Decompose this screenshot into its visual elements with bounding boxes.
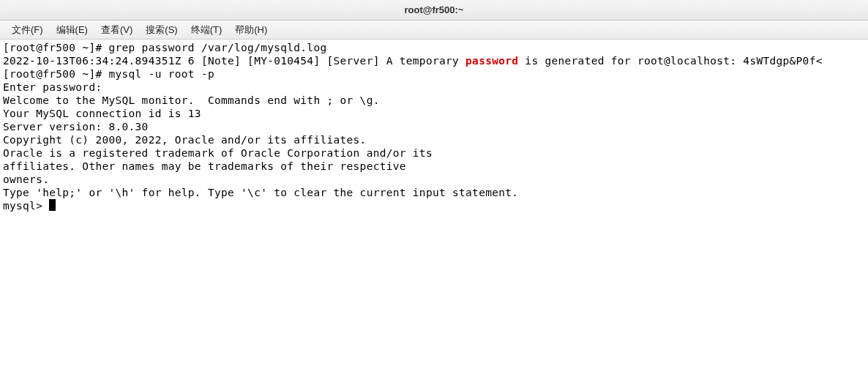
terminal-line: Server version: 8.0.30 <box>3 120 865 133</box>
menu-file[interactable]: 文件(F) <box>6 21 49 39</box>
titlebar: root@fr500:~ <box>0 0 868 20</box>
menubar: 文件(F) 编辑(E) 查看(V) 搜索(S) 终端(T) 帮助(H) <box>0 20 868 40</box>
terminal-line: [root@fr500 ~]# grep password /var/log/m… <box>3 41 865 54</box>
menu-edit[interactable]: 编辑(E) <box>50 21 94 39</box>
terminal-line: 2022-10-13T06:34:24.894351Z 6 [Note] [MY… <box>3 54 865 67</box>
terminal-line: affiliates. Other names may be trademark… <box>3 160 865 173</box>
highlighted-text: password <box>465 55 518 67</box>
terminal-area[interactable]: [root@fr500 ~]# grep password /var/log/m… <box>0 40 868 214</box>
menu-view[interactable]: 查看(V) <box>95 21 138 39</box>
terminal-line: [root@fr500 ~]# mysql -u root -p <box>3 67 865 81</box>
terminal-prompt-line: mysql> <box>3 199 865 212</box>
menu-help[interactable]: 帮助(H) <box>229 21 273 39</box>
terminal-line: Copyright (c) 2000, 2022, Oracle and/or … <box>3 133 865 146</box>
terminal-line: Enter password: <box>3 81 865 94</box>
menu-terminal[interactable]: 终端(T) <box>185 21 228 39</box>
terminal-line: Welcome to the MySQL monitor. Commands e… <box>3 94 865 107</box>
cursor <box>49 199 56 211</box>
terminal-text: is generated for root@localhost: 4sWTdgp… <box>518 55 822 67</box>
menu-search[interactable]: 搜索(S) <box>140 21 183 39</box>
window-title: root@fr500:~ <box>405 4 464 15</box>
terminal-line: owners. <box>3 173 865 186</box>
terminal-line: Type 'help;' or '\h' for help. Type '\c'… <box>3 186 865 199</box>
terminal-line: Oracle is a registered trademark of Orac… <box>3 146 865 160</box>
terminal-line: Your MySQL connection id is 13 <box>3 107 865 120</box>
mysql-prompt: mysql> <box>3 200 49 212</box>
terminal-text: 2022-10-13T06:34:24.894351Z 6 [Note] [MY… <box>3 55 465 67</box>
